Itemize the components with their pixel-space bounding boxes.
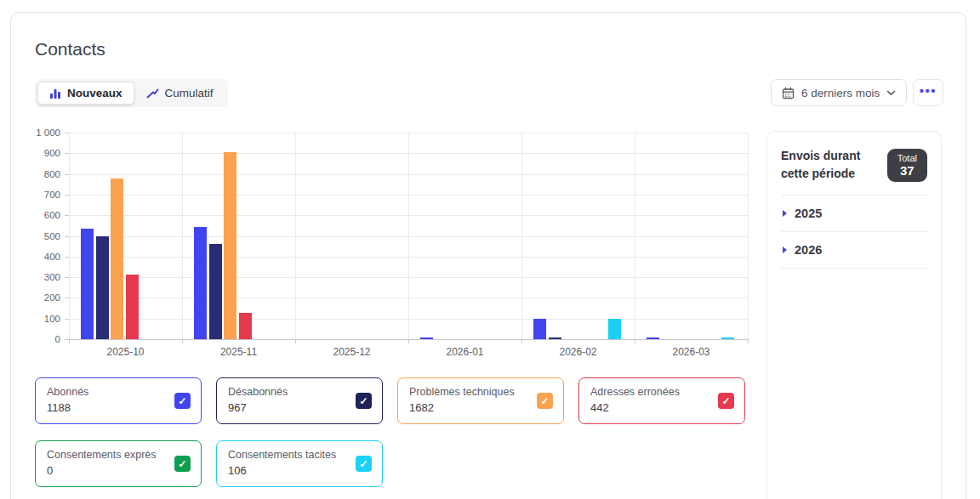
- legend-label: Abonnés: [47, 386, 88, 398]
- plot-area: [69, 133, 748, 340]
- bar-désabonnés: [96, 236, 109, 340]
- x-tick-mark: [635, 339, 635, 343]
- legend-label: Consentements tacites: [228, 449, 336, 461]
- x-tick-mark: [748, 339, 749, 343]
- legend-checkbox-desabonnes[interactable]: [356, 393, 372, 409]
- x-tick-mark: [521, 339, 522, 343]
- bar-problèmes-techniques: [111, 179, 123, 339]
- y-tick-label: 600: [44, 210, 60, 220]
- y-tick-label: 400: [44, 252, 60, 262]
- tab-nouveaux[interactable]: Nouveaux: [37, 82, 134, 105]
- bar-adresses-erronées: [239, 313, 252, 339]
- contacts-card: Contacts Nouveaux Cumulatif: [10, 12, 966, 499]
- legend-card-consentements-tacites[interactable]: Consentements tacites 106: [216, 440, 383, 487]
- legend-card-adresses[interactable]: Adresses erronées 442: [578, 377, 745, 424]
- legend-value: 106: [228, 464, 247, 477]
- envois-title-line1: Envois durant: [781, 147, 860, 165]
- x-tick-mark: [295, 339, 296, 343]
- total-badge: Total 37: [887, 149, 927, 182]
- panel-group-2026[interactable]: 2026: [781, 232, 927, 269]
- legend-label: Désabonnés: [228, 386, 288, 398]
- ellipsis-icon: •••: [920, 83, 937, 98]
- legend-checkbox-problemes[interactable]: [537, 393, 553, 409]
- bar-désabonnés: [549, 337, 561, 339]
- x-tick-label: 2025-12: [333, 346, 370, 358]
- legend-checkbox-adresses[interactable]: [718, 393, 734, 409]
- v-gridline: [748, 133, 749, 339]
- bar-désabonnés: [209, 244, 222, 340]
- bar-consentements-tacites: [608, 319, 621, 339]
- envois-title-line2: cette période: [781, 165, 860, 183]
- x-tick-label: 2025-10: [106, 346, 144, 358]
- period-dropdown-label: 6 derniers mois: [801, 87, 880, 99]
- panel-group-label: 2025: [795, 207, 822, 220]
- bar-abonnés: [533, 319, 546, 339]
- y-tick-label: 500: [44, 231, 60, 241]
- x-tick-label: 2026-03: [672, 346, 709, 358]
- legend-label: Adresses erronées: [590, 386, 680, 398]
- chevron-right-icon: [783, 247, 787, 253]
- legend-card-desabonnes[interactable]: Désabonnés 967: [216, 377, 383, 424]
- y-tick-label: 300: [44, 272, 60, 282]
- legend-card-problemes[interactable]: Problèmes techniques 1682: [397, 377, 564, 424]
- y-tick-label: 200: [44, 292, 60, 303]
- y-tick-label: 900: [44, 148, 60, 158]
- legend-value: 442: [590, 401, 609, 414]
- envois-panel-header: Envois durant cette période Total 37: [781, 132, 927, 196]
- y-axis-labels: 01002003004005006007008009001 000: [20, 133, 60, 339]
- legend-card-abonnes[interactable]: Abonnés 1188: [35, 377, 202, 424]
- envois-panel-title: Envois durant cette période: [781, 147, 860, 183]
- bar-abonnés: [420, 337, 433, 339]
- chevron-down-icon: [886, 90, 896, 96]
- legend-checkbox-consentements-tacites[interactable]: [356, 456, 372, 472]
- bar-abonnés: [81, 229, 94, 339]
- x-tick-label: 2026-02: [559, 346, 596, 358]
- x-tick-mark: [69, 339, 70, 343]
- bar-abonnés: [647, 337, 659, 339]
- bar-chart-icon: [49, 88, 61, 99]
- x-tick-label: 2026-01: [446, 346, 483, 358]
- v-gridline: [408, 133, 409, 339]
- y-tick-label: 1 000: [36, 128, 60, 138]
- period-dropdown[interactable]: 6 derniers mois: [771, 79, 907, 106]
- v-gridline: [635, 133, 635, 339]
- legend-checkbox-consentements-expres[interactable]: [174, 456, 191, 472]
- legend-value: 0: [47, 464, 53, 477]
- panel-group-2025[interactable]: 2025: [781, 196, 927, 232]
- calendar-icon: [782, 87, 795, 99]
- legend-checkbox-abonnes[interactable]: [174, 393, 191, 409]
- v-gridline: [182, 133, 183, 339]
- tab-cumulatif-label: Cumulatif: [165, 87, 214, 99]
- x-tick-label: 2025-11: [220, 346, 257, 358]
- x-tick-mark: [182, 339, 183, 343]
- v-gridline: [295, 133, 296, 339]
- bar-abonnés: [194, 227, 207, 339]
- total-badge-label: Total: [897, 153, 917, 163]
- bar-adresses-erronées: [126, 275, 139, 339]
- legend-value: 1188: [47, 401, 71, 414]
- legend-label: Problèmes techniques: [409, 386, 515, 398]
- y-tick-label: 0: [55, 334, 60, 344]
- tab-cumulatif[interactable]: Cumulatif: [134, 82, 225, 105]
- legend-value: 1682: [409, 401, 434, 414]
- bar-consentements-tacites: [721, 337, 734, 339]
- legend-label: Consentements exprès: [47, 449, 157, 461]
- legend-card-consentements-expres[interactable]: Consentements exprès 0: [35, 440, 202, 487]
- v-gridline: [521, 133, 522, 339]
- x-tick-mark: [408, 339, 409, 343]
- envois-panel: Envois durant cette période Total 37 202…: [766, 131, 942, 499]
- v-gridline: [69, 133, 70, 339]
- line-chart-icon: [146, 88, 159, 99]
- page-title: Contacts: [35, 39, 105, 60]
- tab-nouveaux-label: Nouveaux: [67, 87, 122, 99]
- y-tick-label: 800: [44, 169, 60, 179]
- panel-group-label: 2026: [795, 243, 822, 257]
- y-tick-label: 700: [44, 190, 60, 200]
- chevron-right-icon: [783, 210, 787, 217]
- total-badge-value: 37: [897, 163, 917, 178]
- legend-value: 967: [228, 401, 247, 414]
- more-options-button[interactable]: •••: [913, 79, 943, 106]
- view-toggle: Nouveaux Cumulatif: [35, 79, 228, 107]
- y-tick-label: 100: [44, 314, 60, 324]
- bar-problèmes-techniques: [224, 152, 236, 339]
